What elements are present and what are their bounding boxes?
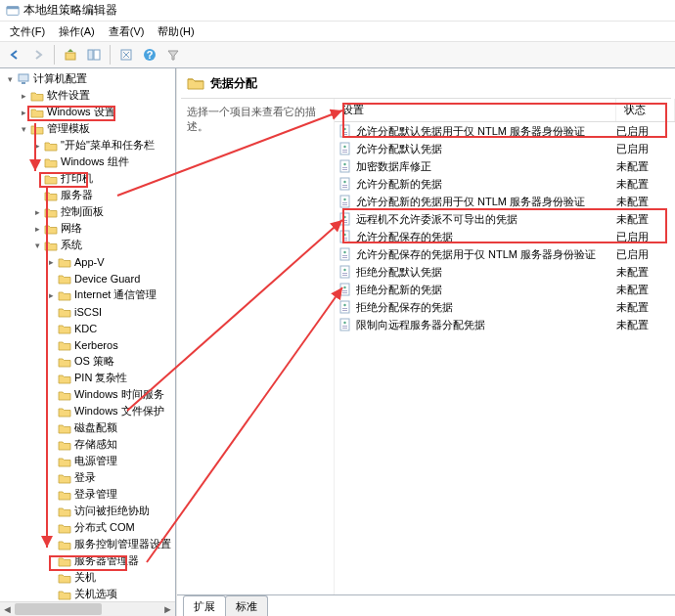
filter-button[interactable] — [162, 44, 184, 66]
expand-icon[interactable]: ▾ — [4, 74, 16, 84]
tree-item[interactable]: iSCSI — [0, 303, 175, 320]
svg-point-43 — [343, 269, 345, 271]
svg-rect-24 — [342, 185, 347, 186]
tree-item[interactable]: 分布式 COM — [0, 519, 175, 536]
folder-icon — [43, 155, 59, 169]
refresh-button[interactable] — [115, 44, 137, 66]
tree-item-label: 软件设置 — [45, 88, 90, 103]
svg-rect-34 — [340, 231, 349, 242]
list-row[interactable]: 允许分配默认凭据用于仅 NTLM 服务器身份验证 已启用 — [335, 122, 675, 140]
setting-state: 未配置 — [616, 159, 675, 174]
tree-item[interactable]: ▸ Windows 设置 — [0, 104, 175, 120]
scroll-track[interactable] — [15, 602, 160, 616]
setting-name: 限制向远程服务器分配凭据 — [356, 318, 616, 332]
tree-item[interactable]: Windows 时间服务 — [0, 386, 175, 403]
menu-view[interactable]: 查看(V) — [103, 22, 151, 41]
tree-item[interactable]: 登录管理 — [0, 486, 175, 503]
tree-item-label: Windows 文件保护 — [72, 404, 164, 418]
folder-icon — [57, 538, 72, 551]
tree-item[interactable]: PIN 复杂性 — [0, 370, 175, 386]
svg-rect-56 — [342, 326, 347, 327]
forward-button[interactable] — [27, 44, 49, 66]
list-row[interactable]: 允许分配新的凭据用于仅 NTLM 服务器身份验证 未配置 — [335, 193, 675, 210]
help-button[interactable]: ? — [139, 44, 160, 66]
menu-help[interactable]: 帮助(H) — [152, 22, 200, 41]
tree-item[interactable]: 服务控制管理器设置 — [0, 536, 175, 552]
list-row[interactable]: 允许分配保存的凭据 已启用 — [335, 228, 675, 245]
scroll-right-icon[interactable]: ► — [160, 602, 175, 616]
list-row[interactable]: 拒绝分配保存的凭据 未配置 — [335, 298, 675, 316]
list-row[interactable]: 加密数据库修正 未配置 — [335, 157, 675, 175]
col-setting[interactable]: 设置 — [335, 99, 616, 121]
scrollbar-horizontal[interactable]: ◄ ► — [0, 601, 175, 616]
list-row[interactable]: 允许分配保存的凭据用于仅 NTLM 服务器身份验证 已启用 — [335, 245, 675, 263]
scroll-thumb[interactable] — [15, 603, 102, 615]
tree-item[interactable]: ▾ 系统 — [0, 237, 175, 253]
tree-item-label: Windows 设置 — [45, 105, 115, 119]
svg-point-23 — [343, 181, 345, 183]
expand-icon[interactable]: ▸ — [18, 108, 29, 117]
toolbar: ? — [0, 41, 675, 68]
tabs: 扩展 标准 — [177, 594, 675, 616]
expand-icon[interactable]: ▸ — [45, 257, 57, 267]
list-row[interactable]: 允许分配默认凭据 已启用 — [335, 140, 675, 157]
menu-action[interactable]: 操作(A) — [53, 22, 101, 41]
expand-icon[interactable]: ▸ — [45, 290, 57, 300]
folder-icon — [57, 438, 72, 452]
tree-pane[interactable]: ▾ 计算机配置 ▸ 软件设置 ▸ Windows 设置 ▾ 管理模板 ▸ "开始… — [0, 68, 176, 616]
expand-icon[interactable]: ▸ — [31, 141, 43, 151]
tree-item[interactable]: 关机选项 — [0, 586, 175, 602]
list-row[interactable]: 远程机不允许委派不可导出的凭据 未配置 — [335, 210, 675, 228]
list-row[interactable]: 允许分配新的凭据 未配置 — [335, 175, 675, 193]
list-row[interactable]: 拒绝分配默认凭据 未配置 — [335, 263, 675, 281]
tree-item[interactable]: ▾ 计算机配置 — [0, 70, 175, 87]
tree-item[interactable]: OS 策略 — [0, 353, 175, 370]
list-row[interactable]: 拒绝分配新的凭据 未配置 — [335, 281, 675, 298]
list-body[interactable]: 允许分配默认凭据用于仅 NTLM 服务器身份验证 已启用 允许分配默认凭据 已启… — [335, 122, 675, 594]
expand-icon[interactable]: ▸ — [18, 91, 29, 101]
folder-icon — [57, 421, 72, 435]
tree-item[interactable]: 服务器 — [0, 187, 175, 203]
tree-item[interactable]: 服务器管理器 — [0, 552, 175, 569]
tree-item[interactable]: Kerberos — [0, 336, 175, 353]
tree-item[interactable]: Windows 文件保护 — [0, 403, 175, 419]
show-hide-button[interactable] — [83, 44, 105, 66]
tree-item[interactable]: 磁盘配额 — [0, 419, 175, 436]
svg-rect-53 — [342, 310, 347, 311]
expand-icon[interactable]: ▾ — [31, 241, 43, 250]
tab-extended[interactable]: 扩展 — [183, 595, 226, 616]
svg-rect-1 — [7, 6, 19, 9]
tree-item[interactable]: ▸ 控制面板 — [0, 203, 175, 220]
tree-item[interactable]: 登录 — [0, 469, 175, 486]
tab-standard[interactable]: 标准 — [225, 595, 268, 616]
tree-item[interactable]: ▸ 网络 — [0, 220, 175, 237]
tree-item[interactable]: 存储感知 — [0, 436, 175, 453]
tree-item[interactable]: 打印机 — [0, 170, 175, 187]
col-state[interactable]: 状态 — [616, 99, 675, 121]
svg-rect-12 — [342, 132, 347, 133]
tree-item[interactable]: Device Guard — [0, 270, 175, 286]
menu-file[interactable]: 文件(F) — [4, 22, 51, 41]
tree-item[interactable]: ▸ Windows 组件 — [0, 154, 175, 170]
expand-icon[interactable]: ▸ — [31, 207, 43, 217]
tree-item[interactable]: ▸ App-V — [0, 253, 175, 270]
tree-item[interactable]: 访问被拒绝协助 — [0, 503, 175, 519]
tree-item[interactable]: ▸ 软件设置 — [0, 87, 175, 104]
list-row[interactable]: 限制向远程服务器分配凭据 未配置 — [335, 316, 675, 333]
svg-rect-30 — [340, 213, 349, 225]
scroll-left-icon[interactable]: ◄ — [0, 602, 15, 616]
folder-icon — [57, 405, 72, 418]
tree-item[interactable]: ▸ "开始"菜单和任务栏 — [0, 137, 175, 154]
tree-item[interactable]: ▾ 管理模板 — [0, 120, 175, 137]
expand-icon[interactable]: ▸ — [31, 157, 43, 167]
tree-item[interactable]: ▸ Internet 通信管理 — [0, 286, 175, 303]
tree-item[interactable]: 关机 — [0, 569, 175, 586]
tree-item[interactable]: 电源管理 — [0, 453, 175, 469]
back-button[interactable] — [4, 44, 25, 66]
expand-icon[interactable]: ▾ — [18, 124, 29, 134]
expand-icon[interactable]: ▸ — [31, 224, 43, 234]
folder-icon — [57, 505, 72, 518]
up-button[interactable] — [60, 44, 81, 66]
tree-item[interactable]: KDC — [0, 320, 175, 336]
svg-point-27 — [343, 198, 345, 200]
